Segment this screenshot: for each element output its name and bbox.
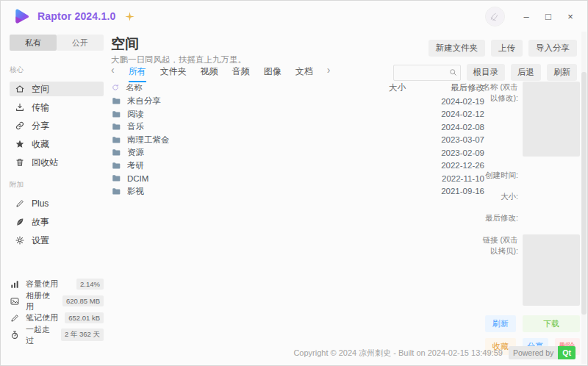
sidebar-item-favorites[interactable]: 收藏 [10, 137, 104, 151]
modified-label: 最后修改: [478, 212, 518, 223]
table-row[interactable]: 资源 2023-02-09 [111, 146, 484, 159]
brand: Raptor 2024.1.0 [12, 7, 135, 26]
table-row[interactable]: DCIM 2022-11-10 [111, 172, 484, 185]
details-panel: 名称 (双击以修改): 创建时间: 大小: 最后修改: 链接 (双击以拷贝): … [478, 82, 580, 355]
link-field-label: 链接 (双击以拷贝): [478, 234, 518, 306]
tab-public[interactable]: 公开 [57, 35, 104, 51]
page-title: 空间 [111, 35, 139, 54]
minimize-button[interactable]: – [515, 6, 537, 26]
footer: Copyright © 2024 凉州刺史 - Built on 2024-02… [293, 346, 576, 359]
avatar-sketch-image [486, 7, 504, 26]
table-row[interactable]: 影视 2021-09-16 [111, 185, 484, 198]
close-button[interactable]: × [559, 6, 581, 26]
usage-stats: 容量使用 2.14% 相册使用 620.85 MB 笔记使用 652.01 kB… [10, 276, 104, 343]
star-icon [15, 139, 25, 149]
stat-label: 笔记使用 [26, 312, 59, 323]
new-folder-button[interactable]: 新建文件夹 [429, 40, 486, 57]
user-avatar[interactable] [485, 7, 505, 26]
stat-days-together: 一起走过 2 年 362 天 [10, 326, 104, 343]
chevron-right-icon[interactable]: › [327, 65, 331, 75]
tab-private[interactable]: 私有 [10, 35, 57, 51]
file-modified: 2024-02-12 [429, 110, 484, 118]
sidebar-item-label: 收藏 [32, 138, 49, 151]
sidebar-item-space[interactable]: 空间 [10, 82, 104, 96]
bar-chart-icon [10, 279, 20, 290]
sidebar-item-share[interactable]: 分享 [10, 118, 104, 133]
name-field[interactable] [523, 82, 580, 157]
pin-icon [124, 11, 135, 22]
stat-label: 容量使用 [26, 279, 71, 290]
top-actions: 新建文件夹 上传 导入分享 [429, 40, 578, 57]
refresh-list-icon[interactable] [111, 83, 120, 92]
content-region: 空间 大鹏一日同风起，扶摇直上九万里。 新建文件夹 上传 导入分享 ‹ 所有 文… [110, 32, 587, 365]
sidebar-item-settings[interactable]: 设置 [10, 233, 104, 248]
name-field-label: 名称 (双击以修改): [478, 82, 518, 157]
sidebar-item-transfer[interactable]: 传输 [10, 100, 104, 115]
file-modified: 2021-09-16 [429, 187, 484, 195]
table-row[interactable]: 来自分享 2024-02-19 [111, 95, 484, 108]
folder-icon [111, 148, 121, 157]
copyright-text: Copyright © 2024 凉州刺史 - Built on 2024-02… [293, 348, 503, 359]
pencil-icon [10, 313, 20, 323]
sidebar-nav-core: 空间 传输 分享 收藏 回收站 [10, 82, 104, 170]
folder-icon [111, 187, 121, 196]
file-modified: 2022-12-26 [429, 161, 484, 170]
detail-refresh-button[interactable]: 刷新 [485, 315, 516, 332]
sidebar-item-label: 故事 [32, 216, 49, 229]
sidebar-item-label: 回收站 [32, 157, 58, 169]
created-label: 创建时间: [478, 170, 518, 181]
column-modified[interactable]: 最后修改 [429, 82, 484, 93]
link-field[interactable] [523, 234, 580, 306]
sidebar-item-story[interactable]: 故事 [10, 215, 104, 229]
import-share-button[interactable]: 导入分享 [528, 40, 577, 57]
vertical-scrollbar[interactable] [581, 32, 587, 364]
back-button[interactable]: 后退 [511, 64, 541, 81]
folder-icon [111, 173, 121, 183]
file-modified: 2024-02-19 [429, 97, 484, 106]
column-name[interactable]: 名称 [126, 82, 143, 93]
chevron-left-icon[interactable]: ‹ [111, 65, 115, 75]
table-row[interactable]: 考研 2022-12-26 [111, 159, 484, 173]
file-modified: 2024-02-08 [429, 123, 484, 132]
refresh-button[interactable]: 刷新 [547, 64, 577, 81]
pen-icon [15, 198, 25, 209]
file-modified: 2023-02-09 [429, 148, 484, 157]
scrollbar-thumb[interactable] [581, 72, 587, 315]
search-box [393, 65, 461, 81]
table-row[interactable]: 阅读 2024-02-12 [111, 108, 484, 121]
sidebar-item-plus[interactable]: Plus [10, 196, 104, 211]
stat-value-badge: 652.01 kB [65, 312, 104, 323]
file-name: 考研 [127, 160, 144, 171]
home-icon [15, 84, 25, 94]
powered-by-label: Powered by [509, 346, 558, 359]
sidebar: 私有 公开 核心 空间 传输 分享 收藏 回收站 [1, 32, 110, 365]
app-window: Raptor 2024.1.0 – □ × 私有 公开 核心 空间 传输 [0, 0, 588, 366]
titlebar: Raptor 2024.1.0 – □ × [1, 1, 587, 32]
file-table: 名称 大小 最后修改 来自分享 2024-02-19 阅读 2024-02-12… [111, 80, 484, 198]
app-logo-icon [12, 7, 32, 26]
powered-by-badge: Powered by Qt [509, 346, 576, 359]
root-dir-button[interactable]: 根目录 [467, 64, 506, 81]
sidebar-item-label: 传输 [32, 101, 49, 114]
column-size[interactable]: 大小 [389, 82, 429, 93]
window-controls: – □ × [485, 6, 581, 26]
page-subtitle: 大鹏一日同风起，扶摇直上九万里。 [111, 54, 246, 65]
upload-button[interactable]: 上传 [491, 40, 523, 57]
table-row[interactable]: 南理工紫金 2023-03-07 [111, 134, 484, 147]
detail-download-button[interactable]: 下载 [523, 315, 580, 332]
image-icon [10, 296, 20, 306]
sidebar-item-recycle-bin[interactable]: 回收站 [10, 155, 104, 170]
app-title: Raptor 2024.1.0 [37, 10, 116, 22]
table-row[interactable]: 音乐 2024-02-08 [111, 121, 484, 134]
file-name: 音乐 [127, 121, 144, 132]
file-name: 资源 [127, 147, 144, 158]
file-name: 影视 [127, 186, 144, 197]
file-name: DCIM [127, 174, 148, 183]
maximize-button[interactable]: □ [537, 6, 559, 26]
sidebar-item-label: 分享 [32, 120, 49, 132]
file-name: 南理工紫金 [127, 134, 170, 146]
stat-label: 一起走过 [26, 324, 55, 346]
sidebar-item-label: Plus [32, 198, 49, 209]
folder-icon [111, 161, 121, 171]
search-icon[interactable] [448, 68, 458, 77]
